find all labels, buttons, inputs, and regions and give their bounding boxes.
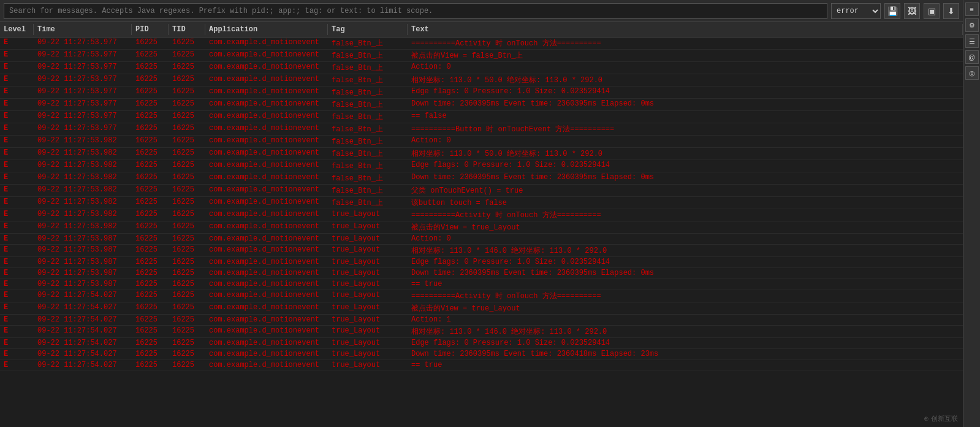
cell-pid: 16225: [132, 302, 169, 314]
table-row[interactable]: E09-22 11:27:53.9821622516225com.example…: [0, 160, 963, 172]
cell-tid: 16225: [169, 290, 205, 302]
cell-tag: false_Btn_上: [328, 87, 408, 98]
cell-level: E: [0, 290, 34, 302]
cell-application: com.example.d_motionevent: [205, 360, 328, 371]
cell-tag: true_Layout: [328, 360, 408, 371]
layout1-button[interactable]: ▣: [924, 3, 940, 19]
cell-application: com.example.d_motionevent: [205, 136, 328, 147]
table-row[interactable]: E09-22 11:27:53.9771622516225com.example…: [0, 87, 963, 99]
table-row[interactable]: E09-22 11:27:53.9871622516225com.example…: [0, 257, 963, 268]
level-dropdown[interactable]: error warn info debug verbose: [831, 3, 881, 19]
table-row[interactable]: E09-22 11:27:54.0271622516225com.example…: [0, 302, 963, 315]
cell-tag: true_Layout: [328, 326, 408, 337]
table-row[interactable]: E09-22 11:27:53.9771622516225com.example…: [0, 123, 963, 136]
cell-pid: 16225: [132, 290, 169, 302]
table-row[interactable]: E09-22 11:27:53.9771622516225com.example…: [0, 62, 963, 74]
cell-tag: false_Btn_上: [328, 50, 408, 61]
log-area[interactable]: E09-22 11:27:53.9771622516225com.example…: [0, 37, 963, 427]
cell-text: 被点击的View = false_Btn_上: [408, 50, 963, 61]
cell-text: 该button touch = false: [408, 197, 963, 209]
cell-text: 被点击的View = true_Layout: [408, 302, 963, 314]
cell-time: 09-22 11:27:53.982: [34, 148, 132, 160]
cell-time: 09-22 11:27:53.977: [34, 37, 132, 49]
cell-tag: false_Btn_上: [328, 160, 408, 172]
cell-tag: true_Layout: [328, 302, 408, 314]
cell-pid: 16225: [132, 234, 169, 244]
cell-application: com.example.d_motionevent: [205, 50, 328, 61]
table-row[interactable]: E09-22 11:27:53.9871622516225com.example…: [0, 279, 963, 290]
cell-pid: 16225: [132, 62, 169, 74]
table-row[interactable]: E09-22 11:27:54.0271622516225com.example…: [0, 290, 963, 302]
table-row[interactable]: E09-22 11:27:53.9821622516225com.example…: [0, 172, 963, 185]
cell-time: 09-22 11:27:53.987: [34, 257, 132, 267]
cell-application: com.example.d_motionevent: [205, 209, 328, 221]
sidebar-btn-menu[interactable]: ≡: [965, 2, 979, 16]
screenshot-button[interactable]: 🖼: [904, 3, 920, 19]
table-row[interactable]: E09-22 11:27:54.0271622516225com.example…: [0, 360, 963, 371]
cell-level: E: [0, 268, 34, 279]
sidebar-btn-list[interactable]: ☰: [965, 34, 979, 48]
table-header: Level Time PID TID Application Tag Text: [0, 22, 963, 37]
table-row[interactable]: E09-22 11:27:53.9771622516225com.example…: [0, 50, 963, 62]
cell-tag: false_Btn_上: [328, 111, 408, 123]
cell-text: Down time: 2360395ms Event time: 2360395…: [408, 268, 963, 279]
col-level: Level: [0, 24, 34, 35]
col-tid: TID: [169, 24, 205, 35]
cell-time: 09-22 11:27:54.027: [34, 338, 132, 348]
cell-tag: false_Btn_上: [328, 62, 408, 74]
cell-level: E: [0, 37, 34, 49]
table-row[interactable]: E09-22 11:27:53.9871622516225com.example…: [0, 268, 963, 279]
col-text: Text: [408, 24, 963, 35]
cell-level: E: [0, 338, 34, 348]
cell-tag: true_Layout: [328, 349, 408, 360]
table-row[interactable]: E09-22 11:27:54.0271622516225com.example…: [0, 338, 963, 349]
sidebar-btn-at[interactable]: @: [965, 50, 979, 64]
table-row[interactable]: E09-22 11:27:53.9821622516225com.example…: [0, 148, 963, 160]
cell-text: ==========Activity 时 onTouch 方法=========…: [408, 209, 963, 221]
table-row[interactable]: E09-22 11:27:54.0271622516225com.example…: [0, 326, 963, 338]
cell-pid: 16225: [132, 160, 169, 172]
cell-application: com.example.d_motionevent: [205, 290, 328, 302]
table-row[interactable]: E09-22 11:27:53.9821622516225com.example…: [0, 197, 963, 209]
table-row[interactable]: E09-22 11:27:53.9821622516225com.example…: [0, 185, 963, 197]
table-row[interactable]: E09-22 11:27:53.9821622516225com.example…: [0, 221, 963, 234]
cell-application: com.example.d_motionevent: [205, 123, 328, 135]
table-row[interactable]: E09-22 11:27:53.9771622516225com.example…: [0, 37, 963, 50]
cell-time: 09-22 11:27:53.977: [34, 50, 132, 61]
table-row[interactable]: E09-22 11:27:53.9771622516225com.example…: [0, 74, 963, 87]
watermark: ⊕ 创新互联: [924, 414, 958, 423]
cell-tag: false_Btn_上: [328, 172, 408, 184]
table-row[interactable]: E09-22 11:27:53.9871622516225com.example…: [0, 234, 963, 245]
save-button[interactable]: 💾: [884, 3, 900, 19]
table-row[interactable]: E09-22 11:27:53.9771622516225com.example…: [0, 111, 963, 123]
cell-application: com.example.d_motionevent: [205, 148, 328, 160]
table-row[interactable]: E09-22 11:27:53.9821622516225com.example…: [0, 209, 963, 221]
cell-text: ==========Activity 时 onTouch 方法=========…: [408, 290, 963, 302]
cell-tid: 16225: [169, 74, 205, 86]
cell-level: E: [0, 123, 34, 135]
main-area: error warn info debug verbose 💾 🖼 ▣ ⬇ Le…: [0, 0, 963, 427]
layout2-button[interactable]: ⬇: [943, 3, 959, 19]
cell-level: E: [0, 87, 34, 98]
cell-level: E: [0, 111, 34, 123]
cell-level: E: [0, 197, 34, 209]
cell-level: E: [0, 315, 34, 325]
table-row[interactable]: E09-22 11:27:53.9821622516225com.example…: [0, 136, 963, 148]
cell-time: 09-22 11:27:53.977: [34, 62, 132, 74]
sidebar-btn-settings[interactable]: ⚙: [965, 18, 979, 32]
cell-level: E: [0, 234, 34, 244]
cell-pid: 16225: [132, 349, 169, 360]
cell-tag: false_Btn_上: [328, 185, 408, 196]
table-row[interactable]: E09-22 11:27:54.0271622516225com.example…: [0, 349, 963, 360]
search-input[interactable]: [4, 3, 827, 19]
cell-time: 09-22 11:27:53.987: [34, 279, 132, 290]
cell-text: 相对坐标: 113.0 * 146.0 绝对坐标: 113.0 * 292.0: [408, 326, 963, 337]
cell-text: Action: 0: [408, 136, 963, 147]
table-row[interactable]: E09-22 11:27:53.9871622516225com.example…: [0, 245, 963, 257]
table-row[interactable]: E09-22 11:27:54.0271622516225com.example…: [0, 315, 963, 326]
cell-time: 09-22 11:27:54.027: [34, 349, 132, 360]
table-row[interactable]: E09-22 11:27:53.9771622516225com.example…: [0, 99, 963, 111]
cell-tag: true_Layout: [328, 209, 408, 221]
sidebar-btn-target[interactable]: ◎: [965, 66, 979, 80]
cell-tag: false_Btn_上: [328, 123, 408, 135]
